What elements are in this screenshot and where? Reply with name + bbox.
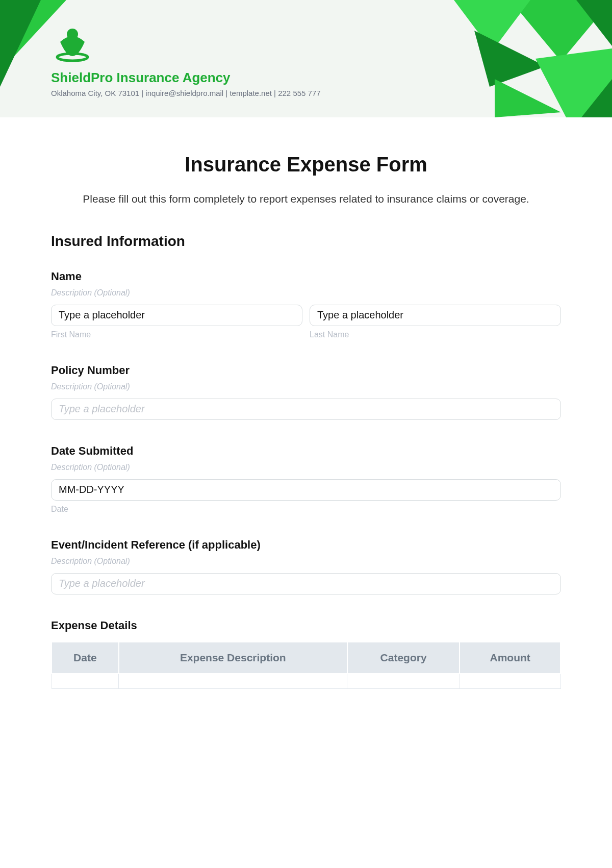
policy-number-input[interactable] xyxy=(51,399,561,420)
col-amount: Amount xyxy=(460,642,560,674)
form-title: Insurance Expense Form xyxy=(51,153,561,176)
expense-table: Date Expense Description Category Amount xyxy=(51,641,561,689)
date-label: Date Submitted xyxy=(51,444,561,458)
first-name-caption: First Name xyxy=(51,330,302,339)
company-logo-icon xyxy=(51,26,94,64)
date-desc: Description (Optional) xyxy=(51,463,561,472)
date-submitted-input[interactable] xyxy=(51,479,561,501)
section-insured-info: Insured Information xyxy=(51,233,561,250)
company-contact: Oklahoma City, OK 73101 | inquire@shield… xyxy=(51,89,321,97)
triangle-decoration xyxy=(382,0,612,117)
svg-marker-1 xyxy=(0,0,41,87)
policy-label: Policy Number xyxy=(51,364,561,377)
col-date: Date xyxy=(52,642,119,674)
first-name-input[interactable] xyxy=(51,305,302,326)
expense-details-heading: Expense Details xyxy=(51,619,561,632)
letterhead: ShieldPro Insurance Agency Oklahoma City… xyxy=(0,0,612,117)
event-reference-input[interactable] xyxy=(51,573,561,594)
col-description: Expense Description xyxy=(119,642,347,674)
last-name-caption: Last Name xyxy=(310,330,561,339)
company-name: ShieldPro Insurance Agency xyxy=(51,70,321,86)
name-desc: Description (Optional) xyxy=(51,288,561,297)
name-label: Name xyxy=(51,270,561,283)
col-category: Category xyxy=(347,642,460,674)
last-name-input[interactable] xyxy=(310,305,561,326)
svg-point-10 xyxy=(57,54,88,61)
table-row xyxy=(52,674,560,689)
event-label: Event/Incident Reference (if applicable) xyxy=(51,538,561,552)
event-desc: Description (Optional) xyxy=(51,557,561,566)
svg-marker-5 xyxy=(474,31,546,87)
policy-desc: Description (Optional) xyxy=(51,382,561,391)
form-intro: Please fill out this form completely to … xyxy=(51,190,561,208)
date-caption: Date xyxy=(51,505,561,514)
